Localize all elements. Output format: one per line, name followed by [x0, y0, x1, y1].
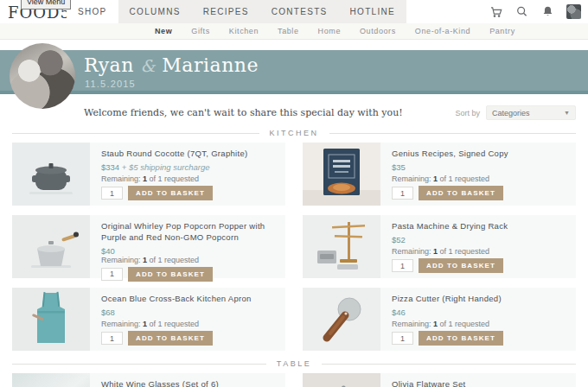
name-first: Ryan: [84, 54, 134, 76]
subnav-item-outdoors[interactable]: Outdoors: [350, 27, 406, 35]
product-title[interactable]: Olivia Flatware Set: [392, 379, 569, 387]
product-image[interactable]: [12, 143, 90, 206]
product-card: Original Whirley Pop Popcorn Popper with…: [12, 215, 285, 278]
top-bar: View Menu FOOD52 SHOPCOLUMNSRECIPESCONTE…: [0, 0, 588, 23]
remaining-rest: of 1 requested: [147, 256, 199, 264]
product-title[interactable]: Ocean Blue Cross-Back Kitchen Apron: [101, 294, 278, 305]
search-icon[interactable]: [514, 4, 529, 19]
product-image[interactable]: [12, 288, 90, 351]
product-grid: White Wine Glasses (Set of 6)$78Olivia F…: [12, 373, 576, 387]
subnav-item-one-of-a-kind[interactable]: One-of-a-Kind: [406, 27, 480, 35]
price-value: $40: [101, 246, 115, 256]
product-remaining: Remaining: 1 of 1 requested: [392, 320, 569, 328]
subnav-item-kitchen[interactable]: Kitchen: [220, 27, 268, 35]
remaining-label: Remaining:: [392, 320, 433, 328]
user-avatar[interactable]: [566, 4, 581, 19]
product-card: Staub Round Cocotte (7QT, Graphite)$334 …: [12, 143, 285, 206]
tab-shop[interactable]: SHOP: [67, 0, 118, 23]
remaining-rest: of 1 requested: [438, 174, 489, 183]
remaining-label: Remaining:: [101, 256, 143, 264]
registry-date: 11.5.2015: [85, 79, 136, 89]
product-card-body: Genius Recipes, Signed Copy$35Remaining:…: [380, 143, 576, 206]
remaining-label: Remaining:: [392, 174, 433, 183]
sort-label: Sort by: [455, 109, 480, 117]
product-image[interactable]: [12, 215, 90, 278]
section-header: TABLE: [12, 359, 576, 368]
subnav-item-new[interactable]: New: [145, 27, 182, 35]
quantity-input[interactable]: [392, 187, 413, 200]
product-remaining: Remaining: 1 of 1 requested: [101, 320, 278, 328]
product-price: $40: [101, 246, 278, 256]
product-price: $52: [392, 235, 569, 244]
product-title[interactable]: Genius Recipes, Signed Copy: [392, 149, 569, 160]
add-to-basket-button[interactable]: ADD TO BASKET: [419, 258, 503, 273]
subnav-item-pantry[interactable]: Pantry: [480, 27, 525, 35]
shop-subnav: NewGiftsKitchenTableHomeOutdoorsOne-of-a…: [0, 23, 588, 40]
product-image[interactable]: [12, 373, 90, 387]
product-sections: KITCHENStaub Round Cocotte (7QT, Graphit…: [0, 129, 588, 387]
product-card-body: Olivia Flatware Set$325: [380, 373, 576, 387]
product-card-body: Pizza Cutter (Right Handed)$46Remaining:…: [380, 288, 576, 351]
product-card: Pizza Cutter (Right Handed)$46Remaining:…: [303, 288, 576, 351]
quantity-row: ADD TO BASKET: [392, 258, 569, 273]
quantity-input[interactable]: [101, 187, 123, 200]
subnav-item-table[interactable]: Table: [268, 27, 309, 35]
product-title[interactable]: Staub Round Cocotte (7QT, Graphite): [101, 149, 278, 160]
tab-hotline[interactable]: HOTLINE: [339, 0, 406, 23]
quantity-input[interactable]: [101, 268, 123, 281]
product-title[interactable]: Pizza Cutter (Right Handed): [392, 294, 569, 305]
chevron-down-icon: ▼: [564, 110, 570, 116]
add-to-basket-button[interactable]: ADD TO BASKET: [419, 186, 503, 200]
section-title: KITCHEN: [259, 129, 329, 137]
product-grid: Staub Round Cocotte (7QT, Graphite)$334 …: [12, 143, 576, 351]
product-image[interactable]: [303, 288, 380, 351]
sort-control: Sort by Categories ▼: [455, 105, 576, 120]
add-to-basket-button[interactable]: ADD TO BASKET: [128, 267, 213, 282]
tab-recipes[interactable]: RECIPES: [192, 0, 260, 23]
product-card-body: Staub Round Cocotte (7QT, Graphite)$334 …: [90, 143, 285, 206]
section-divider: [12, 133, 259, 134]
product-title[interactable]: White Wine Glasses (Set of 6): [101, 379, 278, 387]
sort-value: Categories: [492, 109, 530, 117]
sort-select[interactable]: Categories ▼: [486, 105, 576, 120]
quantity-input[interactable]: [101, 332, 123, 345]
header-icons: [489, 0, 581, 23]
quantity-row: ADD TO BASKET: [392, 186, 569, 200]
product-card: Ocean Blue Cross-Back Kitchen Apron$68Re…: [12, 288, 285, 351]
nav-tabs: SHOPCOLUMNSRECIPESCONTESTSHOTLINE: [86, 0, 406, 23]
remaining-rest: of 1 requested: [438, 320, 489, 328]
tab-contests[interactable]: CONTESTS: [260, 0, 339, 23]
quantity-input[interactable]: [392, 259, 413, 272]
product-card: Pasta Machine & Drying Rack$52Remaining:…: [303, 215, 576, 278]
product-title[interactable]: Pasta Machine & Drying Rack: [392, 221, 569, 232]
bell-icon[interactable]: [540, 4, 555, 19]
name-second: Marianne: [162, 54, 259, 76]
price-note: + $5 shipping surcharge: [119, 162, 209, 172]
banner-strip: [0, 91, 588, 94]
product-remaining: Remaining: 1 of 1 requested: [392, 174, 569, 183]
section-divider: [329, 133, 577, 134]
remaining-rest: of 1 requested: [147, 174, 199, 183]
add-to-basket-button[interactable]: ADD TO BASKET: [419, 331, 503, 346]
product-image[interactable]: [303, 373, 380, 387]
subnav-item-home[interactable]: Home: [309, 27, 350, 35]
product-image[interactable]: [303, 143, 380, 206]
quantity-row: ADD TO BASKET: [392, 331, 569, 346]
section-divider: [322, 364, 576, 365]
price-value: $52: [392, 235, 406, 244]
remaining-label: Remaining:: [101, 320, 143, 328]
remaining-label: Remaining:: [101, 174, 143, 183]
product-image[interactable]: [303, 215, 380, 278]
product-price: $68: [101, 308, 278, 317]
tab-columns[interactable]: COLUMNS: [118, 0, 192, 23]
view-menu-tooltip: View Menu: [21, 0, 71, 10]
quantity-row: ADD TO BASKET: [101, 186, 278, 200]
quantity-input[interactable]: [392, 332, 413, 345]
section-header: KITCHEN: [12, 129, 576, 137]
product-remaining: Remaining: 1 of 1 requested: [101, 256, 278, 264]
add-to-basket-button[interactable]: ADD TO BASKET: [128, 331, 213, 346]
add-to-basket-button[interactable]: ADD TO BASKET: [128, 186, 213, 200]
cart-icon[interactable]: [489, 4, 503, 19]
product-title[interactable]: Original Whirley Pop Popcorn Popper with…: [101, 221, 278, 244]
subnav-item-gifts[interactable]: Gifts: [182, 27, 220, 35]
